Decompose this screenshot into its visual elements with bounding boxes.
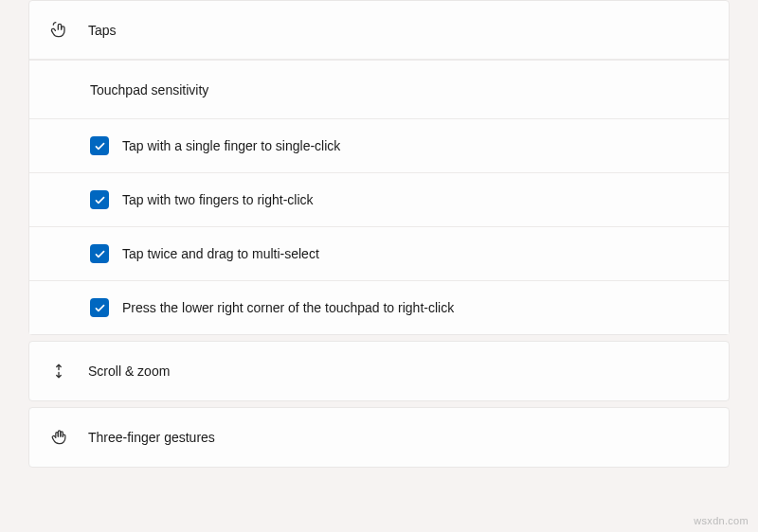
scroll-zoom-header[interactable]: Scroll & zoom <box>29 342 729 400</box>
scroll-zoom-title: Scroll & zoom <box>88 364 170 379</box>
checkbox-single-tap[interactable] <box>90 136 109 155</box>
taps-icon <box>50 21 88 40</box>
option-corner-right-click-label: Press the lower right corner of the touc… <box>122 300 454 315</box>
check-icon <box>94 140 106 152</box>
taps-title: Taps <box>88 23 117 38</box>
three-finger-header[interactable]: Three-finger gestures <box>29 408 729 467</box>
check-icon <box>94 194 106 206</box>
checkbox-two-finger-tap[interactable] <box>90 190 109 209</box>
touchpad-settings-panel: Taps Touchpad sensitivity Tap with a sin… <box>28 0 730 468</box>
touchpad-sensitivity-row[interactable]: Touchpad sensitivity <box>29 60 729 118</box>
taps-section-header[interactable]: Taps <box>29 1 729 60</box>
watermark-text: wsxdn.com <box>694 515 749 526</box>
option-single-tap[interactable]: Tap with a single finger to single-click <box>29 118 729 172</box>
touchpad-sensitivity-label: Touchpad sensitivity <box>90 82 208 98</box>
option-single-tap-label: Tap with a single finger to single-click <box>122 138 340 153</box>
checkbox-corner-right-click[interactable] <box>90 298 109 317</box>
option-two-finger-tap-label: Tap with two fingers to right-click <box>122 192 314 207</box>
checkbox-tap-drag[interactable] <box>90 244 109 263</box>
scroll-zoom-section-card: Scroll & zoom <box>28 341 730 401</box>
three-finger-title: Three-finger gestures <box>88 430 215 445</box>
option-corner-right-click[interactable]: Press the lower right corner of the touc… <box>29 280 729 334</box>
three-finger-section-card: Three-finger gestures <box>28 407 730 468</box>
option-tap-drag[interactable]: Tap twice and drag to multi-select <box>29 226 729 280</box>
check-icon <box>94 248 106 260</box>
option-two-finger-tap[interactable]: Tap with two fingers to right-click <box>29 172 729 226</box>
check-icon <box>94 302 106 314</box>
scroll-zoom-icon <box>50 363 88 380</box>
three-finger-icon <box>50 428 88 447</box>
taps-section-card: Taps Touchpad sensitivity Tap with a sin… <box>28 0 730 335</box>
option-tap-drag-label: Tap twice and drag to multi-select <box>122 246 319 261</box>
